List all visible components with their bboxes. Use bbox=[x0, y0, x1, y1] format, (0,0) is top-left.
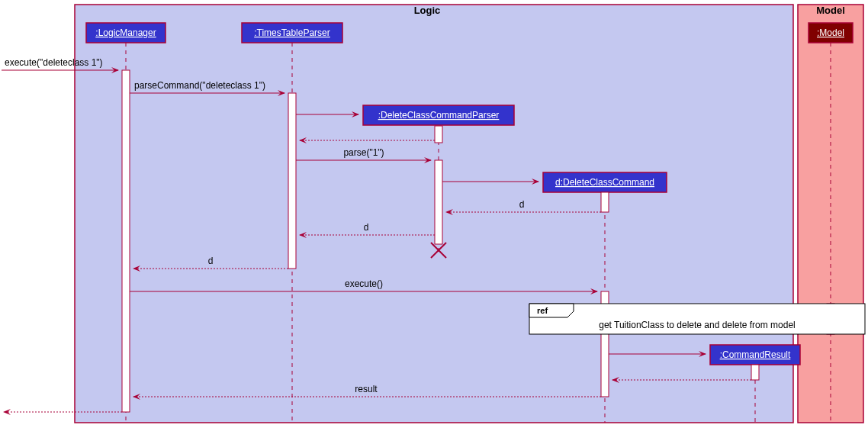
participant-logic-manager-label: :LogicManager bbox=[95, 27, 156, 38]
msg-execute-entry-label: execute("deleteclass 1") bbox=[5, 57, 103, 68]
activation-logic-manager bbox=[122, 70, 130, 412]
activation-dccp-2 bbox=[435, 160, 442, 244]
ref-label: ref bbox=[537, 306, 548, 315]
participant-model-label: :Model bbox=[817, 27, 844, 38]
activation-dccp-1 bbox=[435, 126, 442, 143]
ref-tab bbox=[529, 304, 574, 317]
frame-logic bbox=[75, 5, 793, 423]
msg-return-d3-label: d bbox=[208, 256, 214, 266]
msg-result-label: result bbox=[355, 384, 378, 394]
msg-parse-label: parse("1") bbox=[343, 147, 384, 158]
activation-times-table-parser bbox=[288, 93, 296, 269]
participant-times-table-parser-label: :TimesTableParser bbox=[254, 27, 330, 38]
participant-command-result-label: :CommandResult bbox=[720, 349, 791, 360]
participant-delete-class-command-parser-label: :DeleteClassCommandParser bbox=[378, 110, 500, 121]
msg-return-d1-label: d bbox=[519, 199, 525, 210]
ref-text: get TuitionClass to delete and delete fr… bbox=[599, 320, 795, 330]
activation-dcc-1 bbox=[601, 192, 609, 212]
arrow-return-out bbox=[3, 409, 11, 415]
frame-model-title: Model bbox=[816, 5, 845, 16]
msg-parse-command-label: parseCommand("deleteclass 1") bbox=[134, 80, 265, 91]
frame-logic-title: Logic bbox=[414, 5, 441, 16]
msg-execute-label: execute() bbox=[345, 278, 383, 289]
participant-delete-class-command-label: d:DeleteClassCommand bbox=[555, 177, 654, 188]
activation-command-result bbox=[751, 365, 759, 380]
msg-return-d2-label: d bbox=[364, 222, 369, 233]
